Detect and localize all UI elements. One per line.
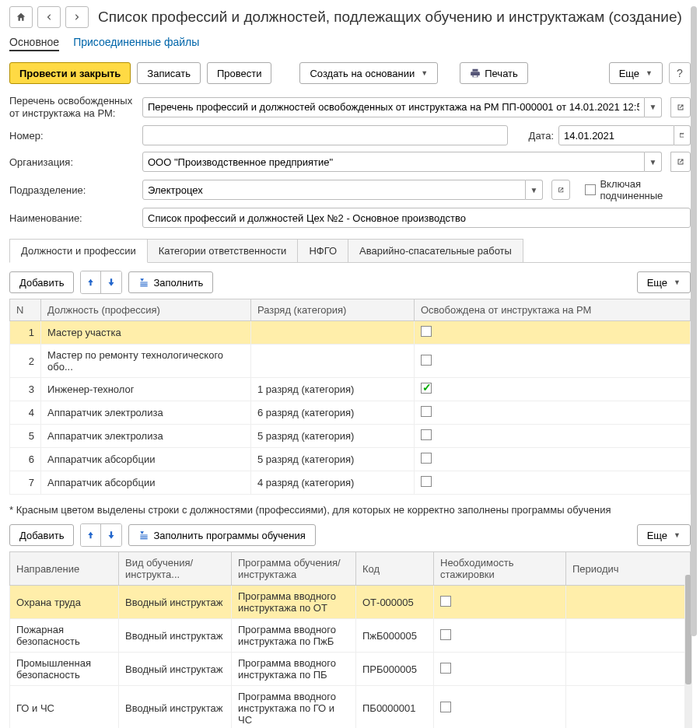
exempt-checkbox[interactable] bbox=[421, 326, 432, 337]
col-type[interactable]: Вид обучения/инструкта... bbox=[119, 552, 232, 586]
table-row[interactable]: Охрана трудаВводный инструктажПрограмма … bbox=[10, 586, 691, 619]
col-period[interactable]: Периодич bbox=[566, 552, 691, 586]
cell-n: 4 bbox=[10, 401, 41, 425]
exempt-checkbox[interactable] bbox=[421, 406, 432, 417]
print-button[interactable]: Печать bbox=[460, 62, 528, 84]
post-and-close-button[interactable]: Провести и закрыть bbox=[9, 62, 131, 84]
dropdown-button[interactable]: ▼ bbox=[526, 180, 543, 200]
cell-period bbox=[566, 586, 691, 619]
table-row[interactable]: 7Аппаратчик абсорбции4 разряд (категория… bbox=[10, 471, 691, 495]
table-row[interactable]: 1Мастер участка bbox=[10, 321, 691, 345]
include-subordinate-checkbox[interactable] bbox=[585, 184, 596, 195]
table-row[interactable]: Пожарная безопасностьВводный инструктажП… bbox=[10, 619, 691, 653]
cell-exempt bbox=[415, 378, 691, 401]
col-dir[interactable]: Направление bbox=[10, 552, 119, 586]
table-row[interactable]: 5Аппаратчик электролиза5 разряд (категор… bbox=[10, 425, 691, 448]
table-row[interactable]: ГО и ЧСВводный инструктажПрограмма вводн… bbox=[10, 686, 691, 728]
arrow-up-icon bbox=[86, 530, 96, 541]
table-row[interactable]: 6Аппаратчик абсорбции5 разряд (категория… bbox=[10, 448, 691, 471]
exempt-checkbox[interactable] bbox=[421, 355, 432, 366]
cell-n: 7 bbox=[10, 471, 41, 495]
fill-programs-label: Заполнить программы обучения bbox=[153, 530, 305, 541]
col-rank[interactable]: Разряд (категория) bbox=[251, 299, 415, 321]
table-row[interactable]: 3Инженер-технолог1 разряд (категория) bbox=[10, 378, 691, 401]
post-button[interactable]: Провести bbox=[207, 62, 272, 84]
caret-down-icon: ▼ bbox=[646, 69, 653, 77]
more-button-table1[interactable]: Еще ▼ bbox=[637, 271, 691, 293]
back-button[interactable] bbox=[37, 6, 61, 28]
dept-field[interactable] bbox=[142, 180, 526, 200]
fill-programs-button[interactable]: Заполнить программы обучения bbox=[128, 524, 315, 546]
col-code[interactable]: Код bbox=[356, 552, 434, 586]
move-up-button-2[interactable] bbox=[81, 524, 101, 546]
exempt-list-field[interactable] bbox=[142, 97, 645, 117]
add-button[interactable]: Добавить bbox=[9, 271, 74, 293]
save-button[interactable]: Записать bbox=[137, 62, 201, 84]
open-icon bbox=[557, 186, 565, 194]
cell-position: Аппаратчик электролиза bbox=[41, 401, 251, 425]
add-button-2[interactable]: Добавить bbox=[9, 524, 74, 546]
create-on-basis-button[interactable]: Создать на основании ▼ bbox=[299, 62, 438, 84]
forward-button[interactable] bbox=[65, 6, 89, 28]
fill-button[interactable]: Заполнить bbox=[128, 271, 213, 293]
move-down-button[interactable] bbox=[101, 271, 121, 293]
dropdown-button[interactable]: ▼ bbox=[645, 152, 662, 172]
exempt-checkbox[interactable] bbox=[421, 476, 432, 487]
org-field[interactable] bbox=[142, 152, 645, 172]
calendar-icon bbox=[679, 132, 685, 138]
cell-rank bbox=[251, 345, 415, 378]
include-subordinate-label: Включая подчиненные bbox=[600, 178, 691, 201]
create-on-basis-label: Создать на основании bbox=[310, 68, 415, 79]
date-field[interactable] bbox=[558, 125, 674, 145]
cell-exempt bbox=[415, 345, 691, 378]
cell-n: 3 bbox=[10, 378, 41, 401]
table-row[interactable]: 4Аппаратчик электролиза6 разряд (категор… bbox=[10, 401, 691, 425]
tab-positions[interactable]: Должности и профессии bbox=[9, 239, 148, 263]
arrow-down-icon bbox=[106, 530, 117, 541]
dropdown-button[interactable]: ▼ bbox=[645, 97, 662, 117]
exempt-checkbox[interactable] bbox=[421, 429, 432, 440]
number-field[interactable] bbox=[142, 125, 508, 145]
org-label: Организация: bbox=[9, 156, 138, 168]
table-row[interactable]: 2Мастер по ремонту технологического обо.… bbox=[10, 345, 691, 378]
more-label: Еще bbox=[619, 68, 639, 79]
tab-categories[interactable]: Категории ответственности bbox=[147, 239, 299, 262]
page-title: Список профессий и должностей, подлежащи… bbox=[98, 9, 682, 26]
exempt-checkbox[interactable] bbox=[421, 453, 432, 464]
cell-rank: 1 разряд (категория) bbox=[251, 378, 415, 401]
intern-checkbox[interactable] bbox=[440, 663, 451, 674]
col-position[interactable]: Должность (профессия) bbox=[41, 299, 251, 321]
table-row[interactable]: Промышленная безопасностьВводный инструк… bbox=[10, 653, 691, 686]
calendar-button[interactable] bbox=[674, 125, 691, 145]
cell-position: Мастер по ремонту технологического обо..… bbox=[41, 345, 251, 378]
intern-checkbox[interactable] bbox=[440, 596, 451, 607]
name-field[interactable] bbox=[142, 208, 691, 228]
more-button-table2[interactable]: Еще ▼ bbox=[637, 524, 691, 546]
exempt-checkbox[interactable] bbox=[421, 383, 432, 394]
move-up-button[interactable] bbox=[81, 271, 101, 293]
tab-nfgo[interactable]: НФГО bbox=[297, 239, 348, 262]
tab-files[interactable]: Присоединенные файлы bbox=[73, 34, 199, 51]
number-label: Номер: bbox=[9, 130, 138, 142]
cell-rank bbox=[251, 321, 415, 345]
cell-rank: 6 разряд (категория) bbox=[251, 401, 415, 425]
tab-main[interactable]: Основное bbox=[9, 34, 59, 51]
open-button[interactable] bbox=[670, 152, 691, 172]
open-button[interactable] bbox=[670, 97, 691, 117]
intern-checkbox[interactable] bbox=[440, 702, 451, 712]
page-scrollbar[interactable] bbox=[691, 6, 697, 722]
more-button[interactable]: Еще ▼ bbox=[609, 62, 663, 84]
col-n[interactable]: N bbox=[10, 299, 41, 321]
arrow-down-icon bbox=[106, 277, 117, 288]
col-prog[interactable]: Программа обучения/инструктажа bbox=[232, 552, 356, 586]
tab-rescue[interactable]: Аварийно-спасательные работы bbox=[348, 239, 523, 262]
open-button[interactable] bbox=[551, 180, 570, 200]
move-down-button-2[interactable] bbox=[101, 524, 121, 546]
home-button[interactable] bbox=[9, 6, 33, 28]
help-button[interactable]: ? bbox=[669, 62, 691, 84]
intern-checkbox[interactable] bbox=[440, 629, 451, 640]
fill-icon bbox=[138, 277, 149, 288]
col-exempt[interactable]: Освобождена от инструктажа на РМ bbox=[415, 299, 691, 321]
col-intern[interactable]: Необходимость стажировки bbox=[434, 552, 566, 586]
cell-dir: Промышленная безопасность bbox=[10, 653, 119, 686]
